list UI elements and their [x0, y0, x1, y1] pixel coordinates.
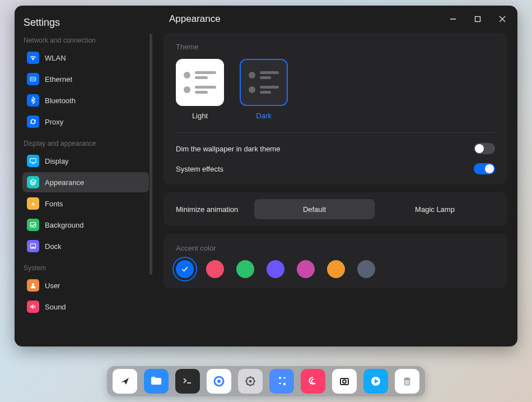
content: Theme Light Dark — [153, 33, 517, 346]
sidebar-item-label: WLAN — [45, 54, 66, 62]
sidebar-item-dock[interactable]: Dock — [22, 236, 149, 256]
sidebar-item-display[interactable]: Display — [22, 151, 149, 171]
dock-icon — [27, 240, 39, 252]
sidebar-item-bluetooth[interactable]: Bluetooth — [22, 90, 149, 110]
dock-app-trash[interactable] — [395, 369, 419, 394]
sidebar-item-label: Background — [45, 221, 83, 229]
titlebar: Appearance — [153, 6, 517, 33]
main-pane: Appearance Theme Light — [153, 6, 517, 346]
monitor-icon — [27, 155, 39, 167]
user-icon — [27, 279, 39, 292]
accent-color-green[interactable] — [236, 260, 254, 278]
theme-panel: Theme Light Dark — [164, 33, 507, 184]
sidebar-item-label: Dock — [45, 242, 62, 251]
accent-label: Accent color — [176, 244, 495, 252]
toggle-system-effects[interactable] — [474, 163, 495, 174]
dock-app-launcher[interactable] — [113, 369, 137, 394]
sidebar-item-label: Fonts — [45, 200, 63, 208]
accent-panel: Accent color — [164, 234, 507, 288]
accent-color-slate[interactable] — [357, 260, 375, 278]
sidebar-item-appearance[interactable]: Appearance — [22, 172, 149, 192]
toggle-label: System effects — [176, 165, 223, 173]
accent-color-orange[interactable] — [327, 260, 345, 278]
accent-color-blue[interactable] — [176, 260, 194, 278]
window-controls — [444, 10, 512, 29]
sidebar-item-label: Proxy — [45, 118, 63, 126]
minimize-panel: Minimize animation Default Magic Lamp — [164, 192, 507, 226]
bluetooth-icon — [27, 94, 39, 107]
section-network-label: Network and connection — [24, 36, 149, 44]
minimize-option-magiclamp[interactable]: Magic Lamp — [375, 199, 495, 219]
minimize-segmented: Default Magic Lamp — [254, 199, 495, 219]
sound-icon — [27, 301, 39, 313]
theme-options: Light Dark — [176, 59, 495, 120]
theme-card-light — [176, 59, 224, 106]
sidebar-scrollbar[interactable] — [150, 34, 152, 275]
svg-point-14 — [249, 380, 252, 383]
svg-point-6 — [32, 283, 35, 286]
section-system-label: System — [24, 264, 149, 272]
divider — [176, 132, 495, 133]
svg-point-16 — [343, 380, 346, 383]
settings-window: Settings Network and connection WLAN Eth… — [15, 6, 517, 346]
dock-app-screenshot[interactable] — [332, 369, 357, 394]
font-icon: A — [27, 197, 39, 210]
sidebar-item-label: Ethernet — [45, 75, 72, 84]
minimize-option-default[interactable]: Default — [254, 199, 375, 219]
sidebar-item-background[interactable]: Background — [22, 215, 149, 235]
layers-icon — [27, 176, 39, 188]
dock-app-files[interactable] — [144, 369, 169, 394]
sidebar-item-user[interactable]: User — [22, 275, 149, 295]
dock-app-browser[interactable] — [207, 369, 231, 394]
accent-color-purple[interactable] — [267, 260, 284, 278]
sidebar-item-ethernet[interactable]: Ethernet — [22, 69, 149, 89]
accent-color-magenta[interactable] — [297, 260, 315, 278]
theme-option-dark[interactable]: Dark — [240, 59, 288, 120]
theme-option-light[interactable]: Light — [176, 59, 224, 120]
toggle-system-effects-row: System effects — [176, 163, 495, 174]
svg-point-18 — [404, 378, 410, 380]
svg-text:A: A — [31, 201, 35, 207]
sidebar: Settings Network and connection WLAN Eth… — [15, 6, 153, 346]
sidebar-item-label: User — [45, 281, 60, 290]
dock-app-media[interactable] — [363, 369, 388, 394]
page-title: Appearance — [169, 13, 221, 25]
sidebar-item-label: Appearance — [45, 178, 84, 187]
minimize-label: Minimize animation — [176, 205, 254, 214]
sidebar-item-label: Display — [45, 157, 69, 165]
toggle-dim-wallpaper[interactable] — [474, 143, 495, 154]
dock-app-settings[interactable] — [238, 369, 263, 394]
sidebar-item-label: Sound — [45, 303, 66, 311]
sidebar-item-proxy[interactable]: Proxy — [22, 112, 149, 132]
section-display-label: Display and appearance — [24, 140, 149, 147]
accent-colors — [176, 260, 495, 278]
app-title: Settings — [24, 17, 149, 29]
dock-app-calculator[interactable] — [269, 369, 294, 394]
minimize-button[interactable] — [444, 10, 463, 29]
svg-rect-1 — [30, 159, 36, 163]
toggle-dim-wallpaper-row: Dim the wallpaper in dark theme — [176, 143, 495, 154]
close-button[interactable] — [493, 10, 512, 29]
svg-rect-5 — [31, 247, 35, 248]
dock-app-debian[interactable] — [301, 369, 325, 394]
wifi-icon — [27, 52, 39, 64]
svg-rect-8 — [475, 17, 480, 22]
ethernet-icon — [27, 73, 39, 85]
sync-icon — [27, 115, 39, 128]
dock-app-terminal[interactable] — [175, 369, 200, 394]
accent-color-pink[interactable] — [206, 260, 224, 278]
sidebar-item-sound[interactable]: Sound — [22, 297, 149, 317]
sidebar-item-fonts[interactable]: A Fonts — [22, 193, 149, 214]
maximize-button[interactable] — [468, 10, 487, 29]
sidebar-item-wlan[interactable]: WLAN — [22, 48, 149, 68]
toggle-label: Dim the wallpaper in dark theme — [176, 145, 280, 153]
theme-label: Theme — [176, 43, 495, 51]
dock — [107, 366, 425, 396]
theme-card-dark — [240, 59, 288, 106]
image-icon — [27, 219, 39, 231]
theme-option-label: Dark — [256, 112, 271, 120]
sidebar-item-label: Bluetooth — [45, 96, 76, 105]
theme-option-label: Light — [192, 112, 208, 120]
svg-point-12 — [217, 380, 221, 383]
